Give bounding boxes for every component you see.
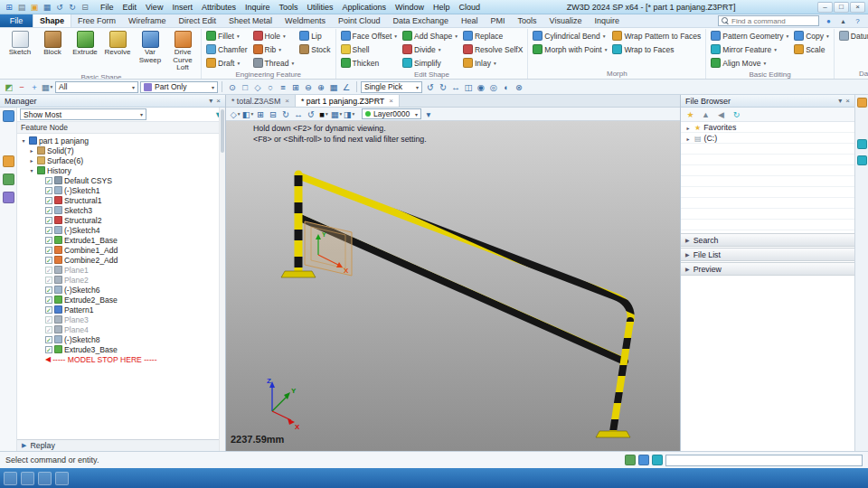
- ribbon-button-var-sweep[interactable]: Var Sweep: [135, 29, 165, 64]
- ribbon-button-drive-curve-loft[interactable]: Drive Curve Loft: [167, 29, 198, 72]
- ribbon-button-mirror-feature[interactable]: Mirror Feature▾: [709, 42, 790, 56]
- ribbon-tab-direct-edit[interactable]: Direct Edit: [173, 14, 223, 27]
- ribbon-tab-shape[interactable]: Shape: [33, 14, 71, 27]
- display-settings-icon[interactable]: ⊗: [513, 81, 525, 93]
- ribbon-button-fillet[interactable]: Fillet▾: [204, 29, 250, 42]
- ribbon-tab-point-cloud[interactable]: Point Cloud: [332, 14, 387, 27]
- measure-icon[interactable]: ↔: [449, 81, 462, 93]
- pin-panel-icon[interactable]: ▾: [838, 97, 842, 105]
- close-icon[interactable]: ×: [850, 2, 865, 13]
- status-input-field[interactable]: [665, 455, 863, 466]
- save-icon[interactable]: ▦: [41, 1, 53, 13]
- tree-item-surface-6[interactable]: ▸Surface(6): [17, 155, 225, 165]
- ribbon-button-inlay[interactable]: Inlay▾: [461, 56, 524, 70]
- section-icon[interactable]: ◫: [462, 81, 475, 93]
- tree-item-extrude1-base[interactable]: ✓Extrude1_Base: [17, 235, 225, 245]
- file-menu-button[interactable]: File: [0, 14, 33, 27]
- minimize-icon[interactable]: –: [817, 2, 833, 13]
- file-browser-item-favorites[interactable]: ▸★Favorites: [681, 122, 854, 133]
- ribbon-button-add-shape[interactable]: Add Shape▾: [401, 29, 459, 42]
- tree-item-sketch3[interactable]: ✓Sketch3: [17, 205, 225, 215]
- checkbox-icon[interactable]: ✓: [45, 217, 52, 224]
- file-browser-item-c[interactable]: ▸▤(C:): [681, 133, 854, 144]
- open-folder-icon[interactable]: ▣: [28, 1, 41, 13]
- ribbon-tab-wireframe[interactable]: Wireframe: [122, 14, 173, 27]
- render-mode-icon[interactable]: ◧▾: [241, 108, 254, 120]
- checkbox-icon[interactable]: ✓: [45, 316, 52, 324]
- checkbox-icon[interactable]: ✓: [45, 286, 52, 294]
- tree-item-combine1-add[interactable]: ✓Combine1_Add: [17, 245, 225, 255]
- ribbon-tab-visualize[interactable]: Visualize: [543, 14, 589, 27]
- pan-view-icon[interactable]: ↔: [292, 108, 305, 120]
- app-icon[interactable]: ⊞: [3, 1, 15, 13]
- zoom-all-icon[interactable]: ⊞: [254, 108, 267, 120]
- checkbox-icon[interactable]: ✓: [45, 306, 52, 314]
- help-icon[interactable]: ?: [852, 15, 863, 26]
- add-filter-icon[interactable]: +: [28, 81, 41, 93]
- document-tab-part-1-panjang-z3prt[interactable]: * part 1 panjang.Z3PRT×: [296, 95, 400, 107]
- expander-icon[interactable]: ▾: [20, 137, 27, 144]
- tree-item-sketch4[interactable]: ✓(-)Sketch4: [17, 225, 225, 235]
- checkbox-icon[interactable]: ✓: [45, 237, 52, 244]
- ribbon-tab-inquire[interactable]: Inquire: [588, 14, 626, 27]
- all-filter-icon[interactable]: ◩: [3, 81, 15, 93]
- ribbon-button-sketch[interactable]: Sketch: [5, 29, 35, 57]
- close-panel-icon[interactable]: ×: [216, 97, 221, 105]
- expander-icon[interactable]: ▸: [684, 125, 692, 131]
- print-icon[interactable]: ⊟: [79, 1, 91, 13]
- undo-pick-icon[interactable]: ↺: [424, 81, 437, 93]
- ribbon-tab-free-form[interactable]: Free Form: [71, 14, 122, 27]
- tree-item-history[interactable]: ▾History: [17, 165, 225, 175]
- checkbox-icon[interactable]: ✓: [45, 336, 52, 343]
- tree-item-extrude2-base[interactable]: ✓Extrude2_Base: [17, 295, 225, 305]
- ribbon-button-block[interactable]: Block: [37, 29, 68, 57]
- tree-item-combine2-add[interactable]: ✓Combine2_Add: [17, 255, 225, 265]
- replay-bar[interactable]: ▶ Replay: [17, 439, 225, 451]
- checkbox-icon[interactable]: ✓: [45, 207, 52, 214]
- checkbox-icon[interactable]: ✓: [45, 326, 52, 333]
- pick-invert-icon[interactable]: ⊖: [302, 81, 315, 93]
- roles-tab-icon[interactable]: [3, 155, 14, 167]
- ribbon-tab-tools[interactable]: Tools: [512, 14, 543, 27]
- undo-icon[interactable]: ↺: [53, 1, 66, 13]
- close-icon[interactable]: ×: [285, 97, 289, 105]
- units-icon[interactable]: [638, 455, 649, 465]
- command-search-input[interactable]: [731, 17, 816, 25]
- previous-view-icon[interactable]: ↺: [305, 108, 317, 120]
- expander-icon[interactable]: ▾: [28, 167, 35, 174]
- menu-help[interactable]: Help: [429, 3, 455, 12]
- pick-mode-dropdown[interactable]: Single Pick ▾: [361, 81, 422, 93]
- menu-edit[interactable]: Edit: [118, 3, 142, 12]
- ribbon-button-pattern-geometry[interactable]: Pattern Geometry▾: [709, 29, 790, 42]
- pick-chain-icon[interactable]: ≡: [277, 81, 289, 93]
- tree-item-sketch1[interactable]: ✓(-)Sketch1: [17, 185, 225, 195]
- ribbon-button-thread[interactable]: Thread▾: [251, 56, 297, 70]
- checkbox-icon[interactable]: ✓: [45, 267, 52, 274]
- back-icon[interactable]: ◀: [715, 108, 727, 120]
- checkbox-icon[interactable]: ✓: [45, 187, 52, 194]
- tree-scrollbar[interactable]: [219, 108, 225, 451]
- background-icon[interactable]: ◨▾: [343, 108, 355, 120]
- snap-icon[interactable]: ⊕: [315, 81, 327, 93]
- account-icon[interactable]: ●: [823, 15, 835, 26]
- ribbon-button-thicken[interactable]: Thicken: [339, 56, 400, 70]
- tree-item-plane3[interactable]: ✓Plane3: [17, 314, 225, 324]
- view-orient-icon[interactable]: ◇▾: [229, 108, 241, 120]
- ribbon-button-datum-plane[interactable]: Datum Plane▾: [837, 29, 868, 42]
- reuse-library-icon[interactable]: [857, 139, 867, 149]
- graphics-canvas[interactable]: Hold down <F2> for dynamic viewing. <F8>…: [226, 121, 680, 451]
- checkbox-icon[interactable]: ✓: [45, 277, 52, 284]
- tree-item-solid-7[interactable]: ▸Solid(7): [17, 145, 225, 155]
- entity-filter-dropdown[interactable]: All ▾: [55, 81, 138, 93]
- checkbox-icon[interactable]: ✓: [45, 257, 52, 264]
- section-file-list[interactable]: ▶File List: [681, 248, 854, 261]
- tree-item-plane1[interactable]: ✓Plane1: [17, 265, 225, 275]
- edge-display-icon[interactable]: ▦▾: [330, 108, 343, 120]
- display-filter-dropdown[interactable]: Part Only ▾: [140, 81, 218, 93]
- scrollbar-thumb[interactable]: [221, 109, 224, 153]
- show-filter-dropdown[interactable]: Show Most ▾: [20, 108, 146, 120]
- checkbox-icon[interactable]: ✓: [45, 346, 52, 353]
- close-icon[interactable]: ×: [389, 97, 393, 105]
- show-icon[interactable]: ◉: [475, 81, 487, 93]
- ribbon-button-cylindrical-bend[interactable]: Cylindrical Bend▾: [531, 29, 609, 42]
